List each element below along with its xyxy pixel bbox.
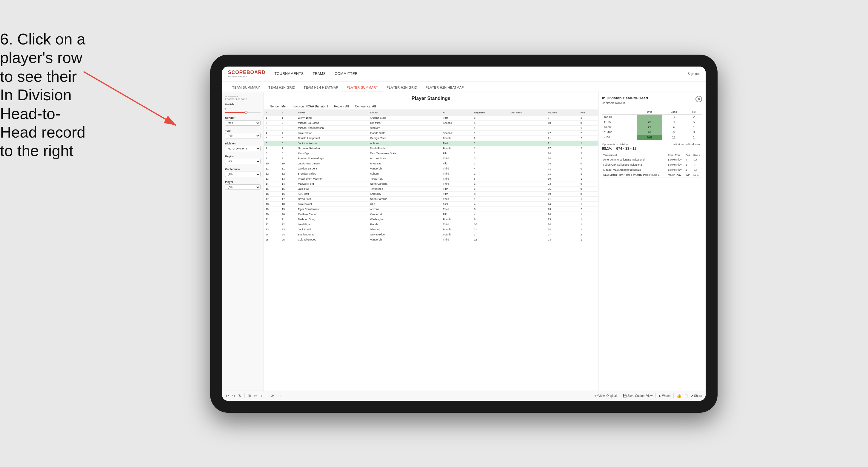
redo2-icon[interactable]: ↻ — [238, 394, 242, 398]
cell-no-rds: 8 — [546, 125, 579, 130]
table-row[interactable]: 14 14 Maxwell Ford North Carolina Third … — [264, 181, 598, 186]
table-row[interactable]: 8 8 Mats Ege East Tennessee State Fifth … — [264, 151, 598, 156]
minus-icon[interactable]: – — [266, 394, 268, 398]
table-row[interactable]: 5 5 Christo Lamprecht Georgia Tech Fourt… — [264, 135, 598, 141]
table-row[interactable]: 15 15 Jake Hall Tennessee Fifth 1 25 0 — [264, 186, 598, 191]
cell-win: 1 — [579, 237, 598, 242]
cell-conf-rank — [508, 186, 546, 191]
sub-nav-player-h2h-heatmap[interactable]: PLAYER H2H HEATMAP — [422, 83, 468, 92]
sub-nav-team-h2h-heatmap[interactable]: TEAM H2H HEATMAP — [299, 83, 342, 92]
sub-nav-player-summary[interactable]: PLAYER SUMMARY — [342, 83, 382, 92]
view-original-btn[interactable]: 👁 View: Original — [595, 394, 617, 398]
save-custom-btn[interactable]: 💾 Save Custom View — [623, 394, 652, 398]
tournament-row[interactable]: Amer Ari Intercollegiate Invitational St… — [602, 157, 702, 162]
table-row[interactable]: 25 25 Cole Sherwood Vanderbilt Third 12 … — [264, 237, 598, 242]
h2h-win: 8 — [637, 114, 662, 120]
table-row[interactable]: 2 2 Michael La Sasso Ole Miss Second 1 1… — [264, 120, 598, 125]
plus-icon[interactable]: + — [260, 394, 263, 398]
cell-no-rds: 19 — [546, 191, 579, 196]
cell-rank: 3 — [280, 125, 296, 130]
player-standings-title: Player Standings — [264, 92, 598, 103]
toolbar-sep-3 — [620, 393, 620, 398]
table-row[interactable]: 4 4 Luke Claton Florida State Second 1 2… — [264, 130, 598, 135]
table-row[interactable]: 16 16 Alex Goff Kentucky Fifth 8 19 0 — [264, 191, 598, 196]
tournament-row[interactable]: Mirabel Maui Jim Intercollegiate Stroke … — [602, 167, 702, 172]
table-row[interactable]: 13 13 Phachakorn Malchon Texas A&M Third… — [264, 176, 598, 181]
grid-icon[interactable]: ⊞ — [684, 394, 688, 398]
table-row[interactable]: 24 24 Bastien Amat New Mexico Fourth 1 2… — [264, 232, 598, 237]
cell-num: 19 — [264, 207, 280, 212]
table-row[interactable]: 12 12 Brendan Valles Auburn Third 1 21 1 — [264, 171, 598, 176]
cell-school: Missouri — [368, 227, 441, 232]
table-row[interactable]: 18 18 Luke Powell ULA First 4 24 1 — [264, 201, 598, 207]
table-row[interactable]: 23 23 Jack Lundin Missouri Fourth 11 24 … — [264, 227, 598, 232]
redo-icon[interactable]: ↪ — [232, 394, 235, 398]
cell-num: 8 — [264, 151, 280, 156]
tournament-row[interactable]: SEC Match Play Hosted by Jerry Pate Roun… — [602, 172, 702, 177]
tournament-row[interactable]: Fallen Oak Collegiate Invitational Strok… — [602, 162, 702, 167]
cell-player: Christo Lamprecht — [296, 135, 368, 141]
year-select[interactable]: (All) — [225, 133, 260, 138]
division-select[interactable]: NCAA Division I — [225, 146, 260, 151]
share-btn[interactable]: ↗ Share — [691, 394, 702, 398]
crop-icon[interactable]: ⊞ — [248, 394, 251, 398]
cell-num: 2 — [264, 120, 280, 125]
table-row[interactable]: 10 10 Jacob Mac Diesen Arkansas Fifth 1 … — [264, 161, 598, 166]
nav-committee[interactable]: COMMITTEE — [335, 70, 358, 77]
sub-nav-team-summary[interactable]: TEAM SUMMARY — [228, 83, 264, 92]
cell-school: Kentucky — [368, 191, 441, 196]
table-row[interactable]: 22 22 Ian Gilligan Florida Third 10 24 1 — [264, 222, 598, 227]
cell-yr: Third — [441, 207, 472, 212]
cell-rank: 1 — [280, 115, 296, 120]
sub-nav-team-h2h-grid[interactable]: TEAM H2H GRID — [264, 83, 299, 92]
watch-btn[interactable]: ▶ Watch — [659, 394, 671, 398]
cell-school: New Mexico — [368, 232, 441, 237]
cell-school: North Carolina — [368, 196, 441, 201]
cell-conf-rank — [508, 176, 546, 181]
cell-yr — [441, 125, 472, 130]
table-row[interactable]: 7 7 Nicholas Gabrelcik North Florida Fou… — [264, 146, 598, 151]
gender-select[interactable]: Men — [225, 120, 260, 126]
slider-container[interactable] — [225, 112, 260, 113]
cell-no-rds: 10 — [546, 120, 579, 125]
cell-rank: 5 — [280, 135, 296, 141]
gender-label: Gender — [225, 116, 260, 119]
col-school: School — [368, 110, 441, 116]
table-row[interactable]: 11 11 Gordon Sargent Vanderbilt Third 4 … — [264, 166, 598, 171]
conference-select[interactable]: (All) — [225, 172, 260, 177]
wlt-label: W-L-T record in-division: — [673, 143, 702, 146]
thumbs-up-icon[interactable]: 👍 — [677, 394, 681, 398]
table-row[interactable]: 9 9 Preston Summerhays Arizona State Thi… — [264, 156, 598, 161]
nav-teams[interactable]: TEAMS — [313, 70, 326, 77]
table-row[interactable]: 19 19 Tiger Christensen Arizona Third 8 … — [264, 207, 598, 212]
player-select[interactable]: (All) — [225, 184, 260, 190]
nav-tournaments[interactable]: TOURNAMENTS — [275, 70, 304, 77]
filter-region: Region: All — [334, 105, 349, 108]
scissors-icon[interactable]: ✂ — [254, 394, 257, 398]
cell-yr: Third — [441, 196, 472, 201]
cell-num: 17 — [264, 196, 280, 201]
table-row[interactable]: 1 1 Wenyi Ding Arizona State First 1 8 1 — [264, 115, 598, 120]
clock-icon[interactable]: ⊙ — [280, 394, 284, 398]
refresh-icon[interactable]: ⟳ — [271, 394, 274, 398]
tourn-score: -17 — [692, 157, 702, 162]
sign-out-button[interactable]: Sign out — [688, 72, 700, 75]
table-row[interactable]: 21 21 Taehoon Song Washington Fourth 6 2… — [264, 217, 598, 222]
cell-reg-rank: 4 — [472, 201, 508, 207]
table-row[interactable]: 3 3 Michael Thorbjornsen Stanford 1 8 1 — [264, 125, 598, 130]
sidebar-year: Year (All) — [225, 129, 260, 138]
cell-yr: Fifth — [441, 186, 472, 191]
sub-nav-player-h2h-grid[interactable]: PLAYER H2H GRID — [382, 83, 422, 92]
filter-conference: Conference: All — [355, 105, 376, 108]
table-row[interactable]: 6 6 Jackson Koivun Auburn First 1 21 1 — [264, 141, 598, 146]
table-row[interactable]: 20 20 Matthew Riedel Vanderbilt Fifth 4 … — [264, 212, 598, 217]
region-select[interactable]: N/A — [225, 159, 260, 164]
h2h-loss: 3 — [662, 114, 686, 120]
cell-school: ULA — [368, 201, 441, 207]
h2h-row: Top 10 8 3 2 — [602, 114, 702, 120]
cell-win: 0 — [579, 120, 598, 125]
cell-rank: 14 — [280, 181, 296, 186]
h2h-close-button[interactable]: ✕ — [695, 96, 702, 102]
table-row[interactable]: 17 17 David Ford North Carolina Third 1 … — [264, 196, 598, 201]
undo-icon[interactable]: ↩ — [226, 394, 229, 398]
